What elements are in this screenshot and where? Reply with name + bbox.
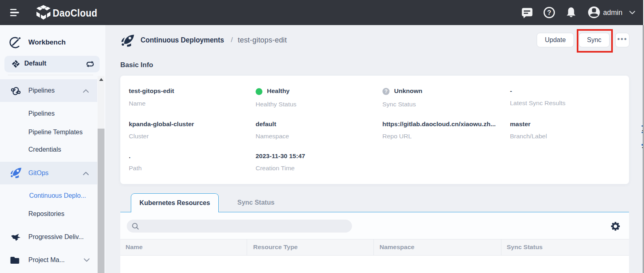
svg-text:?: ? — [384, 89, 388, 94]
svg-text:?: ? — [547, 9, 551, 16]
